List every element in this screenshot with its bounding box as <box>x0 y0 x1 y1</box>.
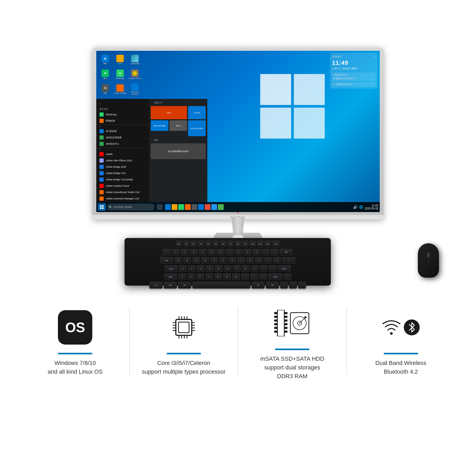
key-5[interactable]: 5 <box>208 249 216 256</box>
desktop-icon-tupeio[interactable]: Tupeio & Mags <box>113 83 127 96</box>
key-down[interactable]: ↓ <box>289 282 297 289</box>
start-item-bridge2020[interactable]: Adobe Bridge 2020 <box>96 164 149 170</box>
key-minus[interactable]: - <box>262 249 269 256</box>
key-3[interactable]: 3 <box>190 249 198 256</box>
key-y[interactable]: Y <box>219 257 227 264</box>
key-2[interactable]: 2 <box>181 249 189 256</box>
key-del[interactable]: Del <box>272 241 280 248</box>
key-o[interactable]: O <box>246 257 254 264</box>
key-left[interactable]: ← <box>280 282 288 289</box>
key-i[interactable]: I <box>237 257 245 264</box>
key-n[interactable]: N <box>223 273 231 280</box>
key-h[interactable]: H <box>224 265 232 272</box>
key-r[interactable]: R <box>201 257 209 264</box>
taskbar-app-1[interactable] <box>205 204 210 210</box>
key-f4[interactable]: F4 <box>205 241 212 248</box>
taskbar-app-edge[interactable] <box>165 204 171 210</box>
key-backtick[interactable]: ` <box>163 249 171 256</box>
tile-store[interactable]: Microsoft Store <box>188 120 206 136</box>
key-f8[interactable]: F8 <box>235 241 241 248</box>
key-b[interactable]: B <box>214 273 222 280</box>
key-0[interactable]: 0 <box>253 249 260 256</box>
key-6[interactable]: 6 <box>217 249 225 256</box>
taskbar-app-2[interactable] <box>211 204 217 210</box>
start-item-adobe[interactable]: Adobe <box>96 151 149 157</box>
key-right[interactable]: → <box>298 282 306 289</box>
key-f1[interactable]: F1 <box>183 241 189 248</box>
key-m[interactable]: M <box>232 273 240 280</box>
key-f12[interactable]: F12 <box>264 241 271 248</box>
key-space[interactable] <box>192 282 250 289</box>
widget-search[interactable]: 🔍 搜索网页, 查找文件 <box>332 82 376 86</box>
start-item-extendscript[interactable]: Adobe ExtendScript Toolkit CS6 <box>96 189 149 195</box>
key-z[interactable]: Z <box>178 273 186 280</box>
key-f[interactable]: F <box>206 265 214 272</box>
key-lshift[interactable]: Shift <box>164 273 177 280</box>
key-semicolon[interactable]: ; <box>260 265 268 272</box>
tile-app-uninstall[interactable]: 强力卸载电脑中的软件 <box>151 143 206 159</box>
key-d[interactable]: D <box>197 265 205 272</box>
desktop-icon-outlook[interactable]: Microsoft Outlook <box>128 83 142 96</box>
key-rctrl[interactable]: Ctrl <box>266 282 279 289</box>
key-4[interactable]: 4 <box>199 249 207 256</box>
start-item-3d[interactable]: 3D 查音器 <box>96 128 149 134</box>
key-enter[interactable]: Enter <box>278 265 291 272</box>
key-backslash[interactable]: \ <box>282 257 295 264</box>
key-win[interactable]: Win <box>164 282 177 289</box>
start-item-whatsapp[interactable]: WhatsApp <box>96 111 149 118</box>
taskbar-app-3[interactable] <box>218 204 224 210</box>
key-1[interactable]: 1 <box>172 249 180 256</box>
key-esc[interactable]: Esc <box>176 241 182 248</box>
key-f6[interactable]: F6 <box>220 241 226 248</box>
key-u[interactable]: U <box>228 257 236 264</box>
desktop-icon-app3[interactable]: 文档处理器 <box>128 53 142 67</box>
start-item-bridgecs6-64[interactable]: Adobe Bridge CS6 (64bit) <box>96 176 149 183</box>
taskbar-app-msg[interactable] <box>178 204 184 210</box>
key-lalt[interactable]: Alt <box>178 282 191 289</box>
key-w[interactable]: W <box>183 257 191 264</box>
key-a[interactable]: A <box>179 265 187 272</box>
key-k[interactable]: K <box>242 265 250 272</box>
desktop-icon-whatsapp[interactable]: W WhatsApp <box>113 68 127 81</box>
key-9[interactable]: 9 <box>244 249 251 256</box>
desktop-icon-wechat[interactable]: 微 微信 <box>98 68 112 81</box>
key-slash[interactable]: / <box>259 273 267 280</box>
key-x[interactable]: X <box>187 273 195 280</box>
key-v[interactable]: V <box>205 273 213 280</box>
key-q[interactable]: Q <box>174 257 182 264</box>
key-f2[interactable]: F2 <box>190 241 197 248</box>
key-c[interactable]: C <box>196 273 204 280</box>
key-f11[interactable]: F11 <box>257 241 263 248</box>
taskbar-search[interactable]: 🔍 在这里输入搜索器 <box>107 204 154 210</box>
key-rbracket[interactable]: ] <box>273 257 281 264</box>
start-item-360browser[interactable]: 360安全浏览器 › <box>96 134 149 141</box>
tile-news[interactable]: News <box>170 120 187 131</box>
key-l[interactable]: L <box>251 265 259 272</box>
desktop-icon-folder[interactable]: 文件 <box>113 53 127 67</box>
key-8[interactable]: 8 <box>235 249 242 256</box>
start-item-aliwangwang[interactable]: 阿里旺旺 <box>96 118 149 124</box>
taskbar-task-view[interactable] <box>157 204 163 210</box>
start-button[interactable] <box>98 203 106 211</box>
tile-edge[interactable]: Microsoft Edge <box>151 120 168 131</box>
key-ralt[interactable]: Alt <box>251 282 265 289</box>
desktop-icon-chrome[interactable]: Google Chrome <box>128 68 142 81</box>
key-f3[interactable]: F3 <box>198 241 204 248</box>
key-g[interactable]: G <box>215 265 223 272</box>
start-item-aftereffects[interactable]: Adobe After Effects 2020 <box>96 157 149 164</box>
key-p[interactable]: P <box>255 257 263 264</box>
key-j[interactable]: J <box>233 265 241 272</box>
key-t[interactable]: T <box>210 257 218 264</box>
key-f9[interactable]: F9 <box>242 241 249 248</box>
start-item-bridgecs6[interactable]: Adobe Bridge CS6 <box>96 170 149 176</box>
key-f5[interactable]: F5 <box>213 241 219 248</box>
key-lbracket[interactable]: [ <box>264 257 272 264</box>
key-s[interactable]: S <box>188 265 196 272</box>
tile-office[interactable]: Office <box>151 106 187 119</box>
key-caps[interactable]: Caps <box>164 265 178 272</box>
key-quote[interactable]: ' <box>269 265 277 272</box>
key-comma[interactable]: , <box>241 273 249 280</box>
key-up[interactable]: ↑ <box>284 273 292 280</box>
key-7[interactable]: 7 <box>226 249 234 256</box>
desktop-icon-ie[interactable]: e 网络 <box>98 53 112 67</box>
